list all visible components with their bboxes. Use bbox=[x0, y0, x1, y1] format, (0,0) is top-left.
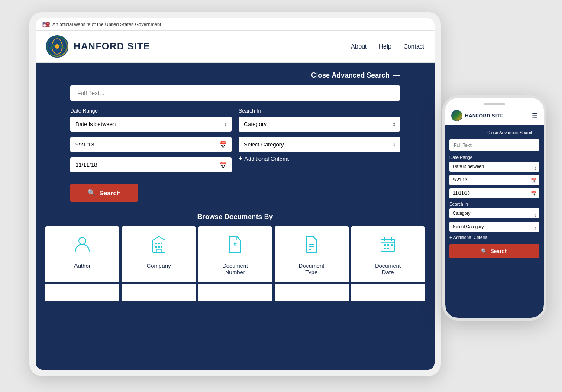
search-button[interactable]: 🔍 Search bbox=[70, 184, 138, 202]
phone-site-title: HANFORD SITE bbox=[465, 113, 504, 118]
site-title: HANFORD SITE bbox=[74, 41, 150, 52]
docdate-card-label: DocumentDate bbox=[375, 262, 401, 275]
phone-calendar-start-icon[interactable]: 📅 bbox=[531, 177, 537, 183]
browse-title: Browse Documents By bbox=[44, 213, 426, 221]
docnum-card-label: DocumentNumber bbox=[222, 262, 248, 275]
dates-category-row: 📅 📅 Select Category bbox=[70, 137, 400, 178]
nav-contact[interactable]: Contact bbox=[404, 43, 424, 50]
nav-help[interactable]: Help bbox=[379, 43, 391, 50]
phone-search-in-wrap: Category bbox=[449, 208, 539, 222]
phone-date-end-input[interactable] bbox=[449, 188, 539, 198]
company-card-label: Company bbox=[147, 262, 171, 269]
date-range-label: Date Range bbox=[70, 108, 232, 114]
browse-card-bottom-1 bbox=[45, 284, 119, 301]
phone-close-advanced-label[interactable]: Close Advanced Search bbox=[487, 130, 533, 135]
doctype-icon bbox=[302, 235, 321, 257]
browse-card-doctype[interactable]: DocumentType bbox=[275, 226, 348, 282]
svg-rect-7 bbox=[161, 243, 162, 244]
svg-rect-20 bbox=[384, 244, 386, 246]
phone-category-wrap: Select Category bbox=[449, 222, 539, 235]
header-nav: About Help Contact bbox=[351, 43, 424, 50]
date-range-select[interactable]: Date is between Date is after Date is be… bbox=[70, 117, 232, 132]
scene: 🇺🇸 An official website of the United Sta… bbox=[0, 0, 562, 392]
svg-rect-22 bbox=[391, 244, 393, 246]
phone-date-range-wrap: Date is between bbox=[449, 162, 539, 175]
hamburger-icon[interactable]: ☰ bbox=[532, 112, 538, 120]
date-range-select-wrap: Date is between Date is after Date is be… bbox=[70, 117, 232, 132]
date-end-wrap: 📅 bbox=[70, 157, 232, 172]
phone-date-end-wrap: 📅 bbox=[449, 188, 539, 198]
date-start-wrap: 📅 bbox=[70, 137, 232, 152]
gov-banner-text: An official website of the United States… bbox=[52, 22, 161, 27]
close-advanced-label[interactable]: Close Advanced Search bbox=[311, 71, 390, 79]
nav-about[interactable]: About bbox=[351, 43, 367, 50]
date-searchin-row: Date Range Date is between Date is after… bbox=[70, 108, 400, 132]
date-start-input[interactable] bbox=[70, 137, 232, 152]
browse-card-author[interactable]: Author bbox=[45, 226, 119, 282]
phone-screen: HANFORD SITE ☰ Close Advanced Search — D… bbox=[445, 98, 544, 318]
search-in-label: Search In bbox=[239, 108, 400, 114]
phone-category-select[interactable]: Select Category bbox=[449, 222, 539, 232]
additional-criteria-label: Additional Criteria bbox=[244, 156, 289, 162]
phone-date-range-select[interactable]: Date is between bbox=[449, 162, 539, 172]
svg-text:#: # bbox=[233, 241, 237, 248]
browse-card-company[interactable]: Company bbox=[122, 226, 195, 282]
phone-full-text-input[interactable] bbox=[449, 139, 539, 151]
doctype-card-label: DocumentType bbox=[299, 262, 324, 275]
search-in-select[interactable]: Category Author Title bbox=[239, 117, 400, 132]
phone-search-in-select[interactable]: Category bbox=[449, 208, 539, 218]
phone-search-icon: 🔍 bbox=[481, 248, 488, 254]
browse-card-bottom-2 bbox=[122, 284, 195, 301]
docdate-icon bbox=[378, 235, 397, 257]
browse-card-bottom-4 bbox=[275, 284, 348, 301]
category-select[interactable]: Select Category bbox=[239, 137, 400, 152]
search-section: Close Advanced Search — Date Range Date … bbox=[36, 63, 435, 209]
calendar-end-icon[interactable]: 📅 bbox=[219, 161, 227, 169]
svg-point-3 bbox=[79, 237, 86, 244]
phone-date-range-label: Date Range bbox=[449, 155, 539, 160]
calendar-start-icon[interactable]: 📅 bbox=[219, 140, 227, 149]
search-in-select-wrap: Category Author Title bbox=[239, 117, 400, 132]
main-content: Close Advanced Search — Date Range Date … bbox=[36, 63, 435, 370]
svg-rect-24 bbox=[387, 248, 389, 249]
phone-search-button-label: Search bbox=[490, 248, 507, 254]
phone-main: Close Advanced Search — Date Range Date … bbox=[445, 125, 544, 318]
svg-rect-6 bbox=[158, 243, 160, 244]
tablet-device: 🇺🇸 An official website of the United Sta… bbox=[29, 12, 441, 376]
gov-banner: 🇺🇸 An official website of the United Sta… bbox=[36, 18, 435, 31]
author-card-label: Author bbox=[74, 262, 90, 269]
phone-logo-area: HANFORD SITE bbox=[451, 110, 504, 121]
phone-additional-criteria-btn[interactable]: + Additional Criteria bbox=[449, 235, 539, 240]
flag-icon: 🇺🇸 bbox=[42, 21, 50, 28]
plus-icon: + bbox=[239, 155, 242, 162]
svg-rect-10 bbox=[161, 246, 162, 248]
additional-criteria-btn[interactable]: + Additional Criteria bbox=[239, 155, 400, 162]
browse-cards-bottom bbox=[44, 284, 426, 301]
phone-device: HANFORD SITE ☰ Close Advanced Search — D… bbox=[442, 95, 546, 321]
site-logo bbox=[46, 35, 68, 58]
browse-card-docnum[interactable]: # DocumentNumber bbox=[198, 226, 272, 282]
svg-rect-8 bbox=[155, 246, 157, 248]
phone-logo bbox=[451, 110, 462, 121]
svg-rect-5 bbox=[155, 243, 157, 244]
docnum-icon: # bbox=[226, 235, 245, 257]
phone-speaker bbox=[484, 103, 505, 105]
phone-calendar-end-icon[interactable]: 📅 bbox=[531, 191, 537, 196]
browse-card-docdate[interactable]: DocumentDate bbox=[351, 226, 425, 282]
phone-close-advanced-icon[interactable]: — bbox=[535, 130, 539, 135]
phone-search-in-label: Search In bbox=[449, 202, 539, 207]
svg-rect-9 bbox=[158, 246, 160, 248]
svg-rect-23 bbox=[384, 248, 386, 249]
phone-additional-criteria-label: Additional Criteria bbox=[453, 235, 488, 240]
logo-area: HANFORD SITE bbox=[46, 35, 150, 58]
full-text-input[interactable] bbox=[70, 85, 400, 101]
phone-date-start-input[interactable] bbox=[449, 175, 539, 185]
phone-plus-icon: + bbox=[449, 235, 452, 240]
phone-search-button[interactable]: 🔍 Search bbox=[449, 244, 539, 258]
date-end-input[interactable] bbox=[70, 157, 232, 172]
close-advanced-row: Close Advanced Search — bbox=[70, 71, 400, 79]
close-advanced-icon[interactable]: — bbox=[393, 71, 400, 79]
browse-cards: Author bbox=[44, 226, 426, 282]
date-range-col: Date Range Date is between Date is after… bbox=[70, 108, 232, 132]
dates-col: 📅 📅 bbox=[70, 137, 232, 178]
